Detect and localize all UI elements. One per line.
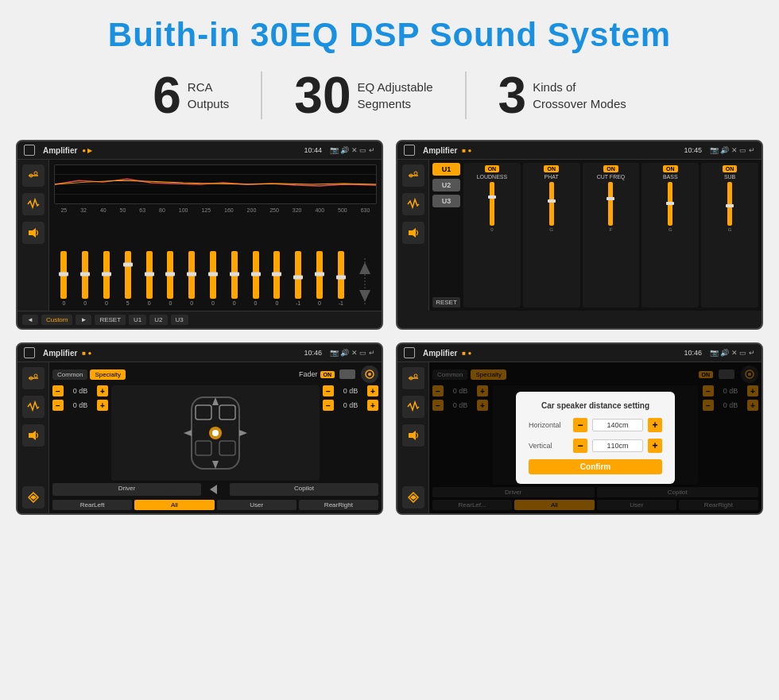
confirm-button[interactable]: Confirm (529, 459, 662, 474)
svg-marker-3 (29, 228, 36, 238)
horizontal-plus-btn[interactable]: + (648, 418, 662, 432)
horizontal-minus-btn[interactable]: − (573, 418, 587, 432)
ch-sub-slider[interactable] (727, 182, 732, 226)
ch-bass: ON BASS G (641, 163, 699, 307)
fader-all-btn[interactable]: All (134, 500, 214, 510)
fader-plus-4[interactable]: + (367, 400, 378, 411)
ch-bass-slider[interactable] (668, 182, 672, 226)
eq-graph (54, 164, 377, 204)
fader-tab-specialty[interactable]: Specialty (90, 369, 125, 380)
crossover-u2-btn[interactable]: U2 (432, 179, 460, 191)
ch-cutfreq-on[interactable]: ON (603, 165, 618, 172)
eq-u1-btn[interactable]: U1 (129, 315, 146, 325)
fader-rearleft-btn[interactable]: RearLeft (52, 500, 132, 510)
vertical-plus-btn[interactable]: + (648, 439, 662, 453)
svg-point-16 (34, 374, 37, 377)
ch-phat-slider[interactable] (549, 182, 554, 226)
distance-sidebar-eq-btn[interactable] (402, 367, 424, 389)
ch-phat-on[interactable]: ON (544, 165, 559, 172)
svg-marker-33 (210, 485, 217, 494)
fader-minus-1[interactable]: − (52, 385, 64, 396)
distance-sidebar-arrow-btn[interactable] (402, 486, 424, 509)
eq-slider-10[interactable]: 0 (253, 251, 259, 306)
eq-sidebar-vol-btn[interactable] (22, 222, 45, 244)
fader-plus-2[interactable]: + (97, 400, 108, 411)
fader-rearright-btn[interactable]: RearRight (299, 500, 378, 510)
fader-plus-3[interactable]: + (367, 385, 378, 396)
eq-slider-2[interactable]: 0 (82, 251, 88, 306)
fader-driver-btn[interactable]: Driver (52, 483, 201, 496)
ch-loudness-slider[interactable] (490, 182, 494, 226)
eq-app-name: Amplifier (43, 146, 77, 155)
fader-slider-mini[interactable] (339, 369, 355, 379)
ch-sub: ON SUB G (701, 163, 758, 307)
fader-sidebar-arrow-btn[interactable] (22, 486, 45, 509)
eq-slider-1[interactable]: 0 (60, 251, 67, 306)
ch-loudness-on[interactable]: ON (485, 165, 500, 172)
eq-slider-9[interactable]: 0 (231, 251, 238, 306)
fader-minus-3[interactable]: − (323, 385, 334, 396)
fader-minus-2[interactable]: − (52, 400, 64, 411)
eq-reset-btn[interactable]: RESET (95, 315, 126, 325)
eq-slider-8[interactable]: 0 (210, 251, 216, 306)
eq-play-btn[interactable]: ► (76, 315, 91, 325)
ch-loudness-val: 0 (490, 227, 493, 232)
eq-slider-12[interactable]: -1 (295, 251, 301, 306)
crossover-home-icon[interactable] (404, 145, 415, 156)
ch-bass-on[interactable]: ON (663, 165, 678, 172)
vertical-minus-btn[interactable]: − (573, 439, 587, 453)
eq-sidebar-wave-btn[interactable] (22, 193, 45, 215)
eq-slider-14[interactable]: -1 (338, 251, 344, 306)
distance-home-icon[interactable] (404, 347, 415, 358)
ch-sub-on[interactable]: ON (723, 165, 738, 172)
svg-point-21 (368, 373, 371, 376)
eq-slider-13[interactable]: 0 (316, 251, 323, 306)
eq-slider-7[interactable]: 0 (188, 251, 195, 306)
horizontal-row: Horizontal − 140cm + (529, 418, 662, 432)
eq-custom-btn[interactable]: Custom (41, 315, 73, 325)
ch-bass-val: G (669, 227, 672, 232)
eq-prev-btn[interactable]: ◄ (22, 315, 38, 325)
fader-on-badge[interactable]: ON (320, 371, 335, 378)
crossover-sidebar-wave-btn[interactable] (402, 193, 424, 215)
eq-slider-3[interactable]: 0 (103, 251, 110, 306)
eq-slider-15[interactable] (359, 258, 370, 306)
fader-sidebar-wave-btn[interactable] (22, 396, 45, 418)
distance-sidebar-wave-btn[interactable] (402, 396, 424, 418)
fader-user-btn[interactable]: User (217, 500, 296, 510)
fader-sidebar-vol-btn[interactable] (22, 424, 45, 447)
crossover-sidebar-vol-btn[interactable] (402, 222, 424, 244)
ch-bass-label: BASS (663, 174, 678, 180)
ch-cutfreq-slider[interactable] (608, 182, 613, 226)
fader-sidebar-eq-btn[interactable] (22, 367, 45, 389)
fader-copilot-btn[interactable]: Copilot (230, 483, 378, 496)
svg-rect-23 (196, 405, 211, 420)
eq-slider-6[interactable]: 0 (167, 251, 173, 306)
crossover-sidebar-eq-btn[interactable] (402, 164, 424, 187)
fader-minus-4[interactable]: − (323, 400, 334, 411)
stats-row: 6 RCA Outputs 30 EQ Adjustable Segments … (16, 70, 763, 121)
fader-plus-1[interactable]: + (97, 385, 108, 396)
fader-left-sidebar (17, 362, 49, 513)
crossover-u-buttons: U1 U2 U3 RESET (432, 163, 460, 307)
eq-u3-btn[interactable]: U3 (171, 315, 188, 325)
crossover-u3-btn[interactable]: U3 (432, 195, 460, 207)
fader-home-icon[interactable] (24, 347, 35, 358)
eq-sidebar-eq-btn[interactable] (22, 164, 45, 187)
eq-u2-btn[interactable]: U2 (149, 315, 167, 325)
fader-screen-content: Common Specialty Fader ON − 0 dB (17, 362, 382, 513)
svg-marker-31 (184, 430, 192, 436)
crossover-screen-card: Amplifier ■ ● 10:45 📷 🔊 ✕ ▭ ↵ U1 (396, 140, 763, 330)
fader-tab-common[interactable]: Common (52, 369, 87, 380)
fader-top-bar: Common Specialty Fader ON (52, 365, 378, 383)
fader-balance-area: − 0 dB + − 0 dB + (52, 385, 378, 481)
home-icon[interactable] (24, 145, 35, 156)
fader-settings-icon[interactable] (361, 365, 378, 383)
crossover-u1-btn[interactable]: U1 (432, 163, 460, 176)
eq-slider-4[interactable]: 5 (125, 251, 131, 306)
distance-sidebar-vol-btn[interactable] (402, 424, 424, 447)
crossover-reset-btn[interactable]: RESET (432, 297, 460, 307)
fader-arrow-left[interactable] (203, 483, 227, 496)
eq-slider-11[interactable]: 0 (273, 251, 280, 306)
eq-slider-5[interactable]: 0 (146, 251, 153, 306)
